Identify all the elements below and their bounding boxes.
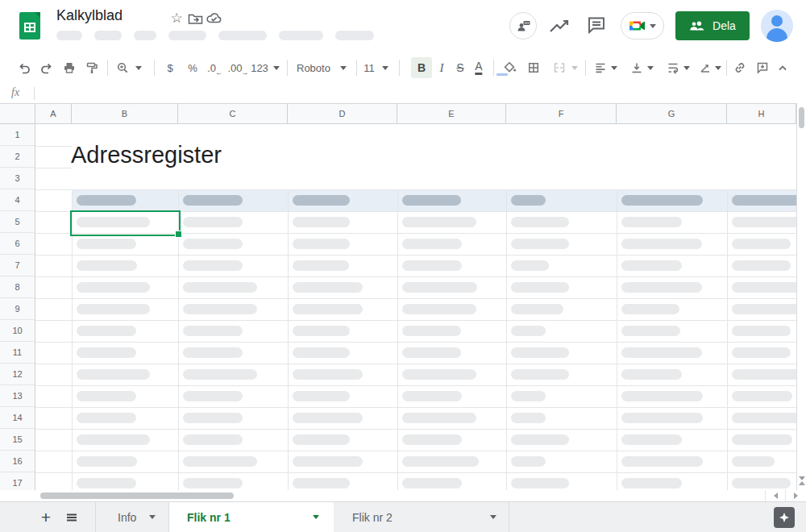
increase-decimals-button[interactable]: .00→ bbox=[227, 52, 249, 84]
tab-flik-nr-1[interactable]: Flik nr 1 bbox=[169, 502, 334, 532]
scroll-left-button[interactable] bbox=[765, 490, 785, 501]
add-sheet-button[interactable]: + bbox=[37, 502, 55, 532]
fill-handle[interactable] bbox=[175, 231, 182, 238]
share-button[interactable]: Dela bbox=[675, 11, 750, 40]
menu-item-placeholder[interactable] bbox=[279, 31, 323, 40]
column-header-E[interactable]: E bbox=[397, 104, 506, 123]
star-icon[interactable]: ☆ bbox=[168, 10, 185, 25]
more-formats-caret[interactable] bbox=[273, 52, 280, 84]
row-header-3[interactable]: 3 bbox=[0, 168, 35, 189]
font-size-select[interactable]: 11 bbox=[364, 52, 375, 84]
zoom-dropdown-caret[interactable] bbox=[135, 52, 142, 84]
more-formats-button[interactable]: 123 bbox=[251, 52, 268, 84]
borders-button[interactable] bbox=[526, 52, 541, 84]
row-header-6[interactable]: 6 bbox=[0, 233, 35, 255]
print-button[interactable] bbox=[62, 52, 77, 84]
cell-placeholder bbox=[183, 478, 243, 488]
row-header-7[interactable]: 7 bbox=[0, 255, 35, 276]
menu-item-placeholder[interactable] bbox=[168, 31, 206, 40]
row-header-11[interactable]: 11 bbox=[0, 342, 35, 364]
horizontal-align-button[interactable] bbox=[593, 52, 608, 84]
text-rotation-caret[interactable] bbox=[715, 52, 721, 84]
fill-color-button[interactable] bbox=[502, 52, 517, 84]
merge-cells-button[interactable] bbox=[552, 52, 567, 84]
cell-placeholder bbox=[511, 260, 549, 271]
scroll-right-button[interactable] bbox=[785, 490, 805, 501]
merge-cells-caret[interactable] bbox=[571, 52, 578, 84]
insert-link-button[interactable] bbox=[733, 52, 747, 84]
explore-button[interactable] bbox=[774, 507, 795, 528]
row-header-8[interactable]: 8 bbox=[0, 276, 35, 298]
format-currency-button[interactable]: $ bbox=[167, 52, 172, 84]
text-color-button[interactable]: A bbox=[475, 52, 482, 84]
editors-activity-icon[interactable] bbox=[509, 12, 537, 39]
sheet-grid[interactable]: Adressregister 1234567891011121314151617 bbox=[0, 124, 796, 490]
zoom-button[interactable] bbox=[115, 52, 130, 84]
row-header-13[interactable]: 13 bbox=[0, 385, 35, 407]
column-header-D[interactable]: D bbox=[288, 104, 397, 123]
menu-bar-placeholders[interactable] bbox=[56, 31, 374, 40]
column-header-H[interactable]: H bbox=[727, 104, 796, 123]
row-header-5[interactable]: 5 bbox=[0, 211, 35, 233]
column-header-G[interactable]: G bbox=[617, 104, 727, 123]
font-family-caret[interactable] bbox=[340, 52, 347, 84]
doc-title[interactable]: Kalkylblad bbox=[56, 7, 123, 24]
meet-call-button[interactable] bbox=[621, 12, 664, 39]
insert-comment-button[interactable] bbox=[755, 52, 770, 84]
horizontal-scrollbar[interactable] bbox=[0, 490, 806, 501]
bold-button[interactable]: B bbox=[411, 52, 432, 84]
row-header-10[interactable]: 10 bbox=[0, 320, 35, 342]
select-all-corner[interactable] bbox=[0, 104, 35, 123]
column-header-B[interactable]: B bbox=[72, 104, 178, 123]
menu-item-placeholder[interactable] bbox=[56, 31, 82, 40]
row-header-14[interactable]: 14 bbox=[0, 407, 35, 429]
cloud-saved-icon[interactable] bbox=[206, 10, 222, 25]
cell-placeholder bbox=[77, 347, 136, 358]
menu-item-placeholder[interactable] bbox=[218, 31, 267, 40]
hide-menus-chevron[interactable] bbox=[775, 52, 790, 84]
menu-item-placeholder[interactable] bbox=[335, 31, 374, 40]
undo-button[interactable] bbox=[17, 52, 31, 84]
tab-flik-nr-2[interactable]: Flik nr 2 bbox=[334, 502, 509, 532]
row-header-12[interactable]: 12 bbox=[0, 364, 35, 385]
row-header-9[interactable]: 9 bbox=[0, 298, 35, 320]
row-header-16[interactable]: 16 bbox=[0, 451, 35, 472]
row-header-2[interactable]: 2 bbox=[0, 146, 35, 168]
sheets-logo-icon[interactable] bbox=[19, 12, 40, 39]
column-header-F[interactable]: F bbox=[506, 104, 617, 123]
horizontal-align-caret[interactable] bbox=[611, 52, 617, 84]
format-percent-button[interactable]: % bbox=[188, 52, 197, 84]
vertical-scrollbar[interactable] bbox=[796, 103, 806, 490]
toolbar-divider bbox=[726, 60, 727, 76]
menu-item-placeholder[interactable] bbox=[94, 31, 122, 40]
vertical-align-button[interactable] bbox=[629, 52, 644, 84]
font-family-select[interactable]: Roboto bbox=[297, 52, 330, 84]
redo-button[interactable] bbox=[39, 52, 54, 84]
column-header-A[interactable]: A bbox=[35, 104, 72, 123]
paint-format-button[interactable] bbox=[85, 52, 99, 84]
text-wrap-button[interactable] bbox=[666, 52, 680, 84]
column-header-C[interactable]: C bbox=[178, 104, 288, 123]
all-sheets-button[interactable] bbox=[63, 502, 81, 532]
row-header-4[interactable]: 4 bbox=[0, 189, 35, 211]
menu-item-placeholder[interactable] bbox=[134, 31, 156, 40]
decrease-decimals-button[interactable]: .0← bbox=[207, 52, 223, 84]
text-wrap-caret[interactable] bbox=[683, 52, 690, 84]
horizontal-scrollbar-thumb[interactable] bbox=[40, 493, 234, 499]
tab-info[interactable]: Info bbox=[95, 502, 169, 532]
row-header-1[interactable]: 1 bbox=[0, 124, 35, 146]
vertical-scrollbar-thumb[interactable] bbox=[799, 107, 804, 128]
italic-button[interactable]: I bbox=[440, 52, 444, 84]
comments-icon[interactable] bbox=[586, 15, 608, 39]
font-size-caret[interactable] bbox=[382, 52, 388, 84]
text-rotation-button[interactable] bbox=[698, 52, 713, 84]
trend-insights-icon[interactable] bbox=[548, 18, 572, 39]
tab-flik-nr-1-label: Flik nr 1 bbox=[187, 511, 231, 524]
row-header-15[interactable]: 15 bbox=[0, 429, 35, 451]
move-to-folder-icon[interactable] bbox=[187, 10, 203, 25]
vertical-align-caret[interactable] bbox=[647, 52, 654, 84]
cell-placeholder bbox=[621, 304, 679, 314]
account-avatar[interactable] bbox=[761, 10, 793, 42]
strikethrough-button[interactable]: S bbox=[456, 52, 463, 84]
row-header-17[interactable]: 17 bbox=[0, 472, 35, 490]
